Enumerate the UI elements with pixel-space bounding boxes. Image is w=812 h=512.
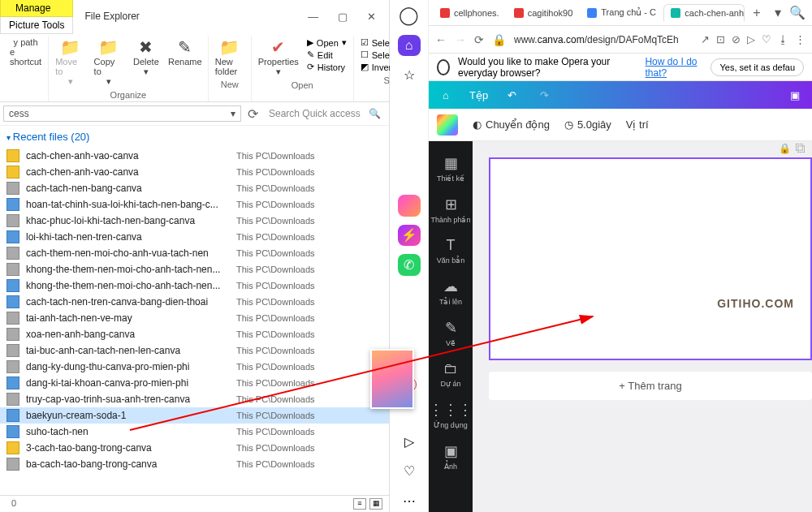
file-row[interactable]: xoa-nen-anh-bang-canvaThis PC\Downloads xyxy=(0,326,389,342)
open-button[interactable]: ▶Open ▾ xyxy=(307,37,347,48)
heart-outline-icon[interactable]: ♡ xyxy=(762,33,771,45)
file-row[interactable]: tai-anh-tach-nen-ve-mayThis PC\Downloads xyxy=(0,310,389,326)
properties-button[interactable]: ✔Properties▾ xyxy=(255,36,302,79)
tab-manage[interactable]: Manage xyxy=(0,0,73,17)
url-bar[interactable]: www.canva.com/design/DAFoMqTcEh xyxy=(514,34,693,45)
color-swatch[interactable] xyxy=(437,114,458,136)
canva-side-item[interactable]: ⊞Thành phần xyxy=(429,189,473,230)
search-input[interactable]: Search Quick access🔍 xyxy=(264,105,386,122)
file-icon xyxy=(6,328,19,341)
view-details-button[interactable]: ≡ xyxy=(353,498,366,510)
close-button[interactable]: ✕ xyxy=(367,11,376,23)
menu-icon[interactable]: ⋯ xyxy=(398,490,421,512)
whatsapp-icon[interactable]: ✆ xyxy=(398,254,421,276)
copy-path-button[interactable]: y pathe shortcut xyxy=(6,36,45,68)
canva-side-item[interactable]: ▣Ảnh xyxy=(429,436,473,477)
file-row[interactable]: khong-the-them-nen-moi-cho-anh-tach-nen.… xyxy=(0,261,389,278)
timing-option[interactable]: ◷5.0giây xyxy=(564,118,611,131)
file-row[interactable]: cach-chen-anh-vao-canvaThis PC\Downloads xyxy=(0,148,389,164)
home-button[interactable]: ⌂ xyxy=(398,35,421,57)
edit-button[interactable]: ✎Edit xyxy=(307,49,347,60)
canvas-page[interactable]: 🔒⿻ GITIHO.COM xyxy=(489,157,812,360)
file-row[interactable]: cach-chen-anh-vao-canvaThis PC\Downloads xyxy=(0,164,389,180)
browser-tab[interactable]: cellphones. xyxy=(434,4,506,21)
present-icon[interactable]: ▣ xyxy=(786,86,804,104)
view-thumbnails-button[interactable]: ▦ xyxy=(369,498,382,510)
file-path: This PC\Downloads xyxy=(236,313,382,323)
file-row[interactable]: 3-cach-tao-bang-trong-canvaThis PC\Downl… xyxy=(0,440,389,456)
block-icon[interactable]: ⊘ xyxy=(732,33,741,45)
file-row[interactable]: dang-ky-dung-thu-canva-pro-mien-phiThis … xyxy=(0,359,389,375)
play-icon[interactable]: ▷ xyxy=(747,33,755,45)
rename-button[interactable]: ✎Rename xyxy=(166,36,205,88)
file-row[interactable]: dang-ki-tai-khoan-canva-pro-mien-phiThis… xyxy=(0,375,389,391)
browser-tab[interactable]: Trang chủ - C xyxy=(581,4,662,21)
search-tab-icon[interactable]: 🔍 xyxy=(789,5,806,20)
add-page-button[interactable]: + Thêm trang xyxy=(489,372,812,400)
ribbon: y pathe shortcut 📁Move to▾ 📁Copy to▾ ✖De… xyxy=(0,32,389,102)
aria-icon[interactable] xyxy=(398,195,421,217)
canva-side-item[interactable]: ⋮⋮⋮Ứng dụng xyxy=(429,394,473,436)
minimize-button[interactable]: — xyxy=(308,11,318,23)
back-button[interactable]: ← xyxy=(435,33,447,46)
new-folder-button[interactable]: 📁New folder xyxy=(212,36,248,78)
clock-icon: ◷ xyxy=(564,118,573,131)
bookmark-star-icon[interactable]: ☆ xyxy=(398,64,421,86)
undo-button[interactable]: ↶ xyxy=(503,86,520,104)
canva-side-item[interactable]: TVăn bản xyxy=(429,230,473,271)
menu-dots-icon[interactable]: ⋮ xyxy=(795,33,806,45)
file-row[interactable]: loi-khi-tach-nen-tren-canvaThis PC\Downl… xyxy=(0,229,389,245)
refresh-button[interactable]: ⟳ xyxy=(246,106,259,122)
camera-icon[interactable]: ⊡ xyxy=(716,33,725,45)
forward-button[interactable]: → xyxy=(455,33,466,46)
canva-home-icon[interactable]: ⌂ xyxy=(437,86,455,104)
prompt-how-link[interactable]: How do I do that? xyxy=(645,56,702,79)
browser-tab[interactable]: cagitihok90 xyxy=(508,4,580,21)
delete-button[interactable]: ✖Delete▾ xyxy=(128,36,164,88)
file-row[interactable]: tai-buc-anh-can-tach-nen-len-canvaThis P… xyxy=(0,342,389,359)
file-row[interactable]: cach-tach-nen-bang-canvaThis PC\Download… xyxy=(0,180,389,196)
file-path: This PC\Downloads xyxy=(236,281,382,290)
file-path: This PC\Downloads xyxy=(236,443,382,453)
opera-logo-icon[interactable]: ◯ xyxy=(398,5,421,27)
recent-files-header[interactable]: Recent files (20) xyxy=(0,126,389,148)
maximize-button[interactable]: ▢ xyxy=(338,11,348,23)
browser-tab[interactable]: cach-chen-anh-vao-ca xyxy=(663,4,745,21)
file-row[interactable]: cach-tach-nen-tren-canva-bang-dien-thoai… xyxy=(0,294,389,310)
file-row[interactable]: cach-them-nen-moi-cho-anh-vua-tach-nenTh… xyxy=(0,245,389,261)
file-row[interactable]: hoan-tat-chinh-sua-loi-khi-tach-nen-bang… xyxy=(0,196,389,213)
extensions-icon[interactable]: ▾ xyxy=(775,5,781,20)
canvas-area[interactable]: 🔒⿻ GITIHO.COM + Thêm trang xyxy=(473,141,812,512)
player-icon[interactable]: ▷ xyxy=(398,431,421,453)
heart-icon[interactable]: ♡ xyxy=(398,461,421,483)
redo-button[interactable]: ↷ xyxy=(535,86,553,104)
dragged-image-thumbnail[interactable] xyxy=(370,349,414,409)
file-row[interactable]: truy-cap-vao-trinh-sua-anh-tren-canvaThi… xyxy=(0,391,389,407)
motion-option[interactable]: ◐Chuyển động xyxy=(473,118,550,131)
file-row[interactable]: ba-cach-tao-bang-trong-canvaThis PC\Down… xyxy=(0,456,389,472)
position-option[interactable]: Vị trí xyxy=(626,118,649,131)
file-row[interactable]: suho-tach-nenThis PC\Downloads xyxy=(0,424,389,440)
file-row[interactable]: khac-phuc-loi-khi-tach-nen-bang-canvaThi… xyxy=(0,213,389,229)
download-icon[interactable]: ⭳ xyxy=(778,33,788,45)
copy-page-icon[interactable]: ⿻ xyxy=(796,143,806,154)
canva-file-menu[interactable]: Tệp xyxy=(469,89,488,101)
address-bar[interactable]: cess▾ xyxy=(3,105,241,122)
set-default-button[interactable]: Yes, set it as defau xyxy=(710,58,804,76)
tab-picture-tools[interactable]: Picture Tools xyxy=(0,17,73,34)
canva-side-item[interactable]: ▦Thiết kế xyxy=(429,148,473,189)
file-row[interactable]: baekyun-cream-soda-1This PC\Downloads xyxy=(0,407,389,424)
new-tab-button[interactable]: + xyxy=(746,6,767,20)
file-icon xyxy=(6,263,19,276)
messenger-icon[interactable]: ⚡ xyxy=(398,225,421,247)
reload-button[interactable]: ⟳ xyxy=(474,33,484,46)
copy-to-button[interactable]: 📁Copy to▾ xyxy=(91,36,127,88)
share-icon[interactable]: ↗ xyxy=(701,33,710,45)
canva-side-item[interactable]: ✎Vẽ xyxy=(429,312,473,354)
lock-page-icon[interactable]: 🔒 xyxy=(779,143,791,154)
file-list[interactable]: cach-chen-anh-vao-canvaThis PC\Downloads… xyxy=(0,148,389,495)
canva-side-item[interactable]: 🗀Dự án xyxy=(429,354,473,394)
history-button[interactable]: ⟳History xyxy=(307,62,347,72)
canva-side-item[interactable]: ☁Tải lên xyxy=(429,271,473,312)
file-row[interactable]: khong-the-them-nen-moi-cho-anh-tach-nen.… xyxy=(0,278,389,294)
